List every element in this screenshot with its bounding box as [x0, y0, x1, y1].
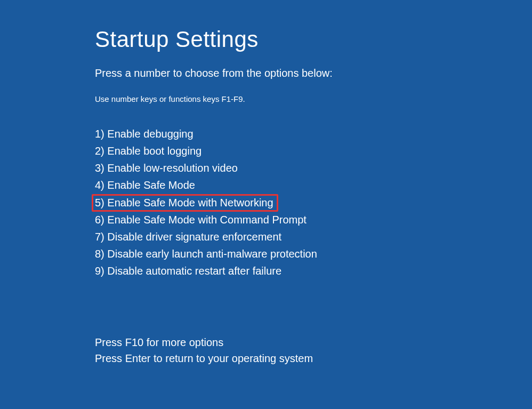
option-2-enable-boot-logging[interactable]: 2) Enable boot logging [95, 143, 201, 159]
option-3-enable-low-resolution-video[interactable]: 3) Enable low-resolution video [95, 160, 238, 176]
page-title: Startup Settings [95, 27, 532, 52]
option-4-enable-safe-mode[interactable]: 4) Enable Safe Mode [95, 177, 195, 193]
options-list: 1) Enable debugging 2) Enable boot loggi… [95, 126, 532, 280]
option-8-disable-anti-malware[interactable]: 8) Disable early launch anti-malware pro… [95, 246, 317, 262]
option-5-enable-safe-mode-networking[interactable]: 5) Enable Safe Mode with Networking [92, 194, 278, 212]
footer-return: Press Enter to return to your operating … [95, 350, 532, 366]
subtitle: Press a number to choose from the option… [95, 67, 532, 79]
option-9-disable-automatic-restart[interactable]: 9) Disable automatic restart after failu… [95, 263, 281, 279]
option-1-enable-debugging[interactable]: 1) Enable debugging [95, 126, 194, 142]
option-7-disable-driver-signature[interactable]: 7) Disable driver signature enforcement [95, 229, 281, 245]
footer-more-options: Press F10 for more options [95, 334, 532, 350]
hint-text: Use number keys or functions keys F1-F9. [95, 94, 532, 103]
startup-settings-screen: Startup Settings Press a number to choos… [0, 0, 532, 366]
option-6-enable-safe-mode-command-prompt[interactable]: 6) Enable Safe Mode with Command Prompt [95, 212, 307, 228]
